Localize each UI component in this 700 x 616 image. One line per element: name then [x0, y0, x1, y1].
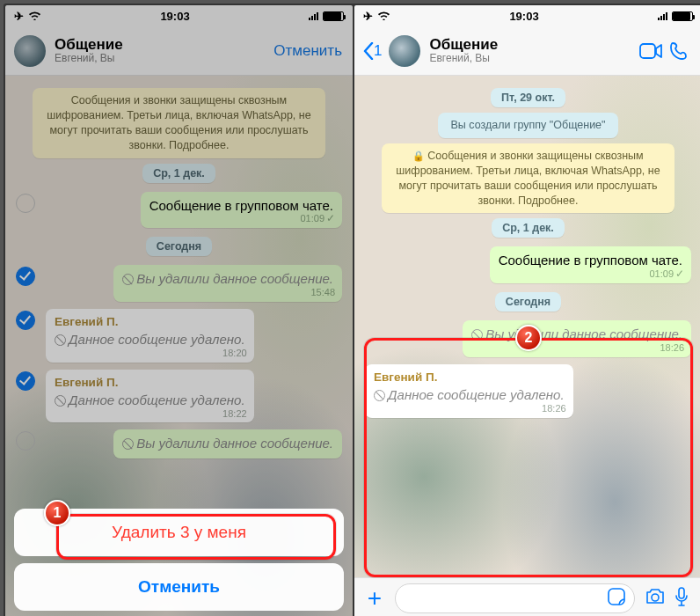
- chat-title[interactable]: Общение: [429, 37, 628, 54]
- avatar[interactable]: [389, 35, 420, 67]
- noentry-icon: [55, 395, 66, 407]
- message-in-deleted[interactable]: Евгений П. Данное сообщение удалено. 18:…: [46, 370, 254, 423]
- noentry-icon: [471, 329, 483, 341]
- status-time: 19:03: [509, 10, 538, 23]
- chat-title[interactable]: Общение: [55, 37, 263, 54]
- noentry-icon: [374, 390, 385, 401]
- svg-rect-1: [609, 589, 624, 605]
- airplane-icon: ✈: [14, 10, 24, 23]
- select-radio[interactable]: [16, 431, 35, 451]
- select-radio-checked[interactable]: [16, 267, 35, 286]
- chat-subtitle: Евгений, Вы: [55, 53, 263, 64]
- action-sheet: Удалить 3 у меня Отменить: [14, 502, 344, 611]
- avatar[interactable]: [14, 35, 46, 67]
- noentry-icon: [122, 274, 134, 285]
- wifi-icon: [28, 10, 41, 23]
- select-radio[interactable]: [16, 194, 35, 213]
- chat-subtitle: Евгений, Вы: [429, 53, 628, 64]
- chat-header: Общение Евгений, Вы Отменить: [5, 26, 353, 76]
- sent-tick-icon: ✓: [675, 268, 684, 281]
- cancel-selection-button[interactable]: Отменить: [272, 39, 344, 63]
- system-message: Вы создали группу "Общение": [438, 113, 617, 138]
- date-pill: Ср, 1 дек.: [142, 164, 215, 183]
- voice-call-button[interactable]: [665, 37, 693, 65]
- wifi-icon: [377, 10, 390, 23]
- status-time: 19:03: [160, 10, 189, 23]
- svg-rect-0: [640, 44, 655, 58]
- delete-for-me-button[interactable]: Удалить 3 у меня: [14, 509, 344, 556]
- sticker-icon[interactable]: [608, 588, 625, 609]
- sender-name: Евгений П.: [55, 376, 245, 391]
- encryption-banner[interactable]: Сообщения и звонки защищены сквозным шиф…: [33, 88, 326, 158]
- message-out-deleted[interactable]: Вы удалили данное сообщение. 15:48: [113, 265, 342, 302]
- signal-icon: [309, 11, 318, 20]
- left-screenshot: ✈ 19:03 Общение Евгений, Вы Отменить: [5, 5, 353, 616]
- message-in-deleted[interactable]: Евгений П. Данное сообщение удалено. 18:…: [46, 309, 254, 363]
- date-pill: Пт, 29 окт.: [491, 88, 565, 107]
- airplane-icon: ✈: [363, 10, 373, 23]
- select-radio-checked[interactable]: [16, 371, 35, 391]
- battery-icon: [323, 11, 344, 21]
- sender-name: Евгений П.: [55, 315, 245, 330]
- encryption-banner[interactable]: 🔒Сообщения и звонки защищены сквозным ши…: [382, 143, 675, 214]
- date-pill: Сегодня: [146, 237, 212, 256]
- message-out-deleted[interactable]: Вы удалили данное сообщение.: [113, 429, 342, 458]
- chat-body: Пт, 29 окт. Вы создали группу "Общение" …: [354, 76, 700, 577]
- attach-button[interactable]: +: [361, 584, 388, 612]
- message-out-deleted[interactable]: Вы удалили данное сообщение. 18:26: [463, 320, 691, 357]
- signal-icon: [658, 11, 667, 20]
- svg-point-2: [652, 594, 659, 601]
- sender-name: Евгений П.: [374, 370, 565, 385]
- mic-button[interactable]: [668, 587, 695, 610]
- sent-tick-icon: ✓: [326, 212, 335, 225]
- status-bar: ✈ 19:03: [354, 5, 700, 26]
- input-toolbar: +: [354, 577, 700, 616]
- chat-header: 1 Общение Евгений, Вы: [354, 26, 700, 76]
- right-screenshot: ✈ 19:03 1 Общение Евгений, Вы: [354, 5, 700, 616]
- message-out[interactable]: Сообщение в групповом чате. 01:09✓: [141, 192, 342, 229]
- svg-rect-3: [679, 588, 684, 598]
- lock-icon: 🔒: [412, 150, 425, 161]
- battery-icon: [672, 11, 693, 21]
- date-pill: Сегодня: [495, 292, 561, 312]
- select-radio-checked[interactable]: [16, 311, 35, 330]
- action-sheet-cancel-button[interactable]: Отменить: [14, 563, 344, 611]
- message-in-deleted[interactable]: Евгений П. Данное сообщение удалено. 18:…: [365, 364, 573, 418]
- status-bar: ✈ 19:03: [5, 5, 353, 26]
- video-call-button[interactable]: [637, 37, 665, 65]
- message-out[interactable]: Сообщение в групповом чате. 01:09✓: [490, 246, 691, 283]
- message-input[interactable]: [395, 583, 635, 613]
- camera-button[interactable]: [642, 588, 668, 609]
- back-button[interactable]: 1: [363, 42, 382, 60]
- noentry-icon: [122, 438, 134, 450]
- date-pill: Ср, 1 дек.: [492, 218, 565, 238]
- noentry-icon: [55, 334, 66, 346]
